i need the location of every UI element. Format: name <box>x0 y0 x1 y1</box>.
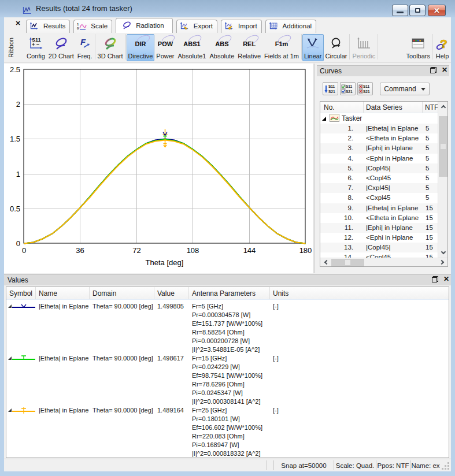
value-name: |Etheta| in Eplane <box>36 406 90 456</box>
scroll-right-icon[interactable] <box>438 258 447 266</box>
curves-toolbar-s11-check-red-button[interactable]: S11S21 <box>357 82 373 95</box>
app-window: Results (total 24 from tasker) ✕ ✕ Ribbo… <box>0 0 455 476</box>
values-row-1[interactable]: |Etheta| in EplaneTheta= 90.0000 [deg]1.… <box>6 300 449 352</box>
ribbon-button-label: 3D Chart <box>98 53 123 60</box>
ribbon-button-fields-at-1m[interactable]: F1mFields at 1m <box>262 34 301 61</box>
curves-row-7[interactable]: 7.|Cxpl45|5 <box>320 183 438 193</box>
curves-row-6[interactable]: 6.<Copl455 <box>320 173 438 183</box>
tab-scale[interactable]: 10Scale <box>73 20 112 33</box>
values-close-icon[interactable]: ✕ <box>443 276 449 282</box>
curves-row-3[interactable]: 3.|Ephi| in Hplane5 <box>320 143 438 153</box>
resize-grip[interactable] <box>441 459 451 471</box>
svg-text:0: 0 <box>16 239 20 248</box>
curves-toolbar-s11-check-green-button[interactable]: S11S21 <box>340 82 356 95</box>
ribbon-button-periodic[interactable]: Periodic <box>350 34 377 61</box>
values-col-units[interactable]: Units <box>270 287 443 299</box>
svg-text:2.5: 2.5 <box>10 65 20 74</box>
curves-col-ntf[interactable]: NTF <box>423 102 438 113</box>
client-area: ✕ Ribbon Results10ScaleRadiationExportIm… <box>4 17 451 471</box>
curves-row-11[interactable]: 11.|Ephi| in Hplane15 <box>320 223 438 233</box>
curves-group-row[interactable]: Tasker <box>320 113 438 124</box>
values-row-3[interactable]: |Etheta| in EplaneTheta= 90.0000 [deg]1.… <box>6 404 449 456</box>
ribbon-button-help[interactable]: ?Help <box>434 34 451 61</box>
ribbon-button-freq-[interactable]: FFreq. <box>76 34 94 61</box>
tab-label: Results <box>43 23 65 29</box>
curves-toolbar-s11-arrow-button[interactable]: S11S21 <box>323 82 338 95</box>
main-area: 0367210814418000.511.522.5Theta [deg] Cu… <box>4 64 451 273</box>
ribbon-button-absolute[interactable]: ABSAbsolute <box>208 34 236 61</box>
tab-additional-icon <box>268 21 279 31</box>
curves-panel-titlebar: Curves ✕ <box>317 65 449 76</box>
scroll-left-icon[interactable] <box>321 258 330 266</box>
tab-additional[interactable]: Additional <box>265 20 317 33</box>
ribbon-group-separator <box>349 34 350 60</box>
ribbon-close-button[interactable]: ✕ <box>13 19 23 28</box>
ribbon-button-toolbars[interactable]: Toolbars <box>404 34 432 61</box>
curves-row-4[interactable]: 4.<Ephi in Hplane5 <box>320 154 438 163</box>
tab-import[interactable]: Import <box>221 20 262 33</box>
values-col-domain[interactable]: Domain <box>90 287 154 299</box>
curves-row-5[interactable]: 5.|Copl45|5 <box>320 163 438 173</box>
linear-icon <box>304 35 321 53</box>
command-label: Command <box>384 85 416 93</box>
ribbon-button-relative[interactable]: RELRelative <box>236 34 262 61</box>
dropdown-arrow-icon <box>421 88 426 91</box>
curves-close-icon[interactable]: ✕ <box>442 67 447 73</box>
tab-radiation[interactable]: Radiation <box>116 18 173 33</box>
curves-row-2[interactable]: 2.<Etheta in Eplane5 <box>320 133 438 143</box>
ribbon-button-circular[interactable]: Circular <box>324 34 349 61</box>
value-units: [-] <box>270 302 279 352</box>
values-col-value[interactable]: Value <box>154 287 189 299</box>
tab-export[interactable]: Export <box>176 20 217 33</box>
svg-text:1: 1 <box>16 170 20 178</box>
curves-row-1[interactable]: 1.|Etheta| in Eplane5 <box>320 124 438 133</box>
command-dropdown-button[interactable]: Command <box>380 83 430 95</box>
curve-series-name: <Copl45 <box>353 173 423 183</box>
curves-row-13[interactable]: 13.|Copl45|15 <box>320 243 438 252</box>
tasker-chart-icon <box>330 114 339 124</box>
ribbon-button-2d-chart[interactable]: 2D Chart <box>47 34 76 61</box>
curve-number: 1. <box>320 124 353 133</box>
minimize-button[interactable] <box>392 5 408 16</box>
curves-float-icon[interactable] <box>430 67 436 73</box>
expander-icon[interactable] <box>322 117 326 121</box>
values-col-symbol[interactable]: Symbol <box>6 287 36 299</box>
ribbon-button-directive[interactable]: DIRDirective <box>127 34 155 61</box>
curve-number: 3. <box>320 143 353 153</box>
curve-series-name: <Etheta in Eplane <box>353 213 423 223</box>
scroll-up-icon[interactable] <box>438 102 448 111</box>
curves-row-8[interactable]: 8.<Cxpl455 <box>320 193 438 203</box>
curves-row-12[interactable]: 12.<Ephi in Hplane15 <box>320 233 438 243</box>
tab-import-icon <box>224 21 234 31</box>
curves-col-no[interactable]: No. <box>320 102 364 113</box>
values-table: Symbol Name Domain Value Antenna Paramet… <box>6 287 449 458</box>
maximize-button[interactable] <box>409 5 426 16</box>
curves-horizontal-scrollbar[interactable] <box>320 258 447 266</box>
curve-ntf-value: 15 <box>423 243 438 252</box>
curves-hscroll-thumb[interactable] <box>331 259 364 266</box>
value-domain: Theta= 90.0000 [deg] <box>90 354 154 404</box>
ribbon-button-config[interactable]: S11+ −Config <box>25 34 47 61</box>
curves-vscroll-thumb[interactable] <box>439 116 447 177</box>
curve-ntf-value: 5 <box>423 143 438 153</box>
values-col-antenna-parameters[interactable]: Antenna Parameters <box>189 287 270 299</box>
ribbon-button-power[interactable]: POWPower <box>154 34 176 61</box>
ribbon-button-absolute1[interactable]: ABS1Absolute1 <box>176 34 208 61</box>
ribbon-button-linear[interactable]: Linear <box>302 34 324 61</box>
tab-results[interactable]: Results <box>26 20 70 33</box>
statusbar-item-1: Snap at=50000 <box>274 459 334 471</box>
ribbon-button-3d-chart[interactable]: 3D Chart <box>96 34 125 61</box>
curves-table-body: Tasker1.|Etheta| in Eplane52.<Etheta in … <box>320 113 438 258</box>
curve-number: 9. <box>320 203 353 213</box>
ribbon-group-separator <box>301 34 302 60</box>
curves-row-9[interactable]: 9.|Etheta| in Eplane15 <box>320 203 438 213</box>
curves-row-10[interactable]: 10.<Etheta in Eplane15 <box>320 213 438 223</box>
close-button[interactable]: ✕ <box>428 5 446 16</box>
curve-ntf-value: 5 <box>423 193 438 203</box>
values-row-2[interactable]: |Etheta| in EplaneTheta= 90.0000 [deg]1.… <box>6 352 449 404</box>
values-float-icon[interactable] <box>432 276 438 282</box>
scroll-down-icon[interactable] <box>438 248 448 258</box>
curves-col-series[interactable]: Data Series <box>364 102 423 113</box>
curves-vertical-scrollbar[interactable] <box>438 102 447 258</box>
values-col-name[interactable]: Name <box>36 287 90 299</box>
